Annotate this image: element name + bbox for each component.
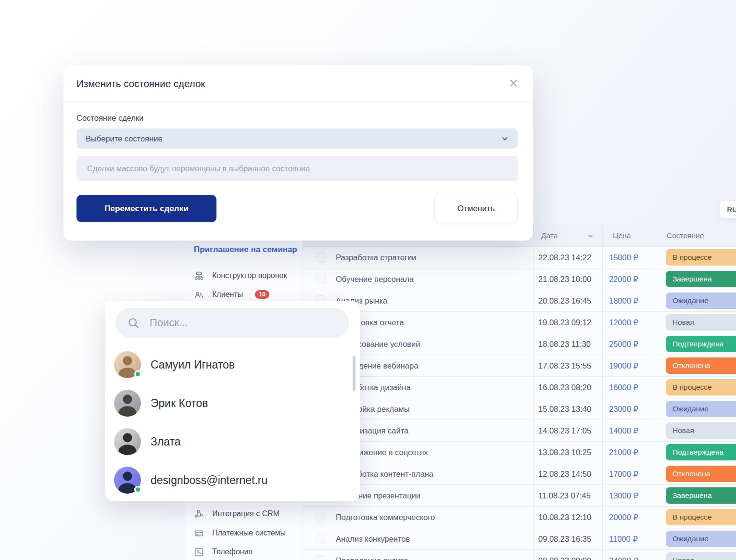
table-row[interactable]: Проведение вебинара 17.08.23 15:55 19000… <box>303 355 736 377</box>
deal-name-cell: Проведение аудита <box>303 550 533 560</box>
row-checkbox[interactable] <box>316 274 326 284</box>
table-row[interactable]: Разработка стратегии 22.08.23 14:22 1500… <box>303 247 736 268</box>
deal-status-cell: В процессе <box>656 377 736 398</box>
deal-status-cell: Новая <box>656 312 736 333</box>
table-row[interactable]: Подготовка коммерческого 10.08.23 12:10 … <box>303 507 736 528</box>
table-row[interactable]: Оптимизация сайта 14.08.23 17:05 14000 ₽… <box>303 420 736 442</box>
deal-price: 14000 ₽ <box>602 420 656 441</box>
table-row[interactable]: Настройка рекламы 15.08.23 13:40 23000 ₽… <box>303 398 736 420</box>
state-select[interactable]: Выберите состояние <box>76 128 518 149</box>
deal-date: 14.08.23 17:05 <box>533 420 602 441</box>
deals-table: Дата Цена Состояние Разработка стратегии… <box>303 225 736 560</box>
table-row[interactable]: Проведение аудита 08.08.23 09:00 24000 ₽… <box>303 550 736 560</box>
deal-status-cell: Подтверждена <box>656 442 736 463</box>
status-badge: Завершена <box>666 487 736 504</box>
sidebar-item-crm-integration[interactable]: Интеграция с CRM <box>194 507 279 521</box>
deal-date: 13.08.23 10:25 <box>533 442 602 463</box>
person-photo <box>114 428 141 455</box>
sidebar-item-label: Телефония <box>212 547 253 556</box>
deal-name: Обучение персонала <box>336 275 414 284</box>
deal-date: 22.08.23 14:22 <box>533 247 602 268</box>
deal-date: 20.08.23 16:45 <box>533 290 602 311</box>
row-checkbox[interactable] <box>316 555 326 560</box>
modal-header: Изменить состояние сделок ✕ <box>63 65 533 102</box>
online-status-dot <box>134 370 141 378</box>
contact-name: designboss@internet.ru <box>151 474 267 487</box>
status-badge: Подтверждена <box>666 336 736 352</box>
table-header-price: Цена <box>602 225 656 246</box>
deal-status-cell: Отклонена <box>656 463 736 484</box>
table-row[interactable]: Обучение персонала 21.08.23 10:00 22000 … <box>303 268 736 290</box>
close-icon[interactable]: ✕ <box>508 77 519 89</box>
contact-item[interactable]: designboss@internet.ru <box>105 461 360 499</box>
deal-name-cell: Обучение персонала <box>303 268 533 290</box>
telephony-icon <box>194 547 204 557</box>
move-deals-button[interactable]: Переместить сделки <box>76 195 216 222</box>
deal-price: 12000 ₽ <box>602 312 656 333</box>
row-checkbox[interactable] <box>316 534 326 544</box>
sidebar-item-payment-systems[interactable]: Платежные системы <box>194 526 286 540</box>
clients-count-badge: 10 <box>255 290 269 299</box>
deal-date: 15.08.23 13:40 <box>533 398 602 420</box>
deal-price: 22000 ₽ <box>602 268 656 290</box>
table-header-date[interactable]: Дата <box>533 225 602 246</box>
deal-date: 18.08.23 11:30 <box>533 333 602 355</box>
deal-date: 19.08.23 09:12 <box>533 312 602 333</box>
deal-date: 10.08.23 12:10 <box>533 507 602 528</box>
deal-name: Проведение аудита <box>336 556 408 560</box>
deal-price: 20000 ₽ <box>602 507 656 528</box>
contact-item[interactable]: Самуил Игнатов <box>105 345 360 384</box>
modal-title: Изменить состояние сделок <box>76 78 205 89</box>
row-checkbox[interactable] <box>316 252 326 263</box>
table-body: Разработка стратегии 22.08.23 14:22 1500… <box>303 247 736 560</box>
status-badge: Отклонена <box>666 357 736 374</box>
sidebar-item-telephony[interactable]: Телефония <box>194 545 253 559</box>
chevron-down-icon <box>501 135 508 142</box>
deal-price: 18000 ₽ <box>602 290 656 311</box>
deal-status-cell: Отклонена <box>656 355 736 376</box>
status-badge: Ожидание <box>666 293 736 309</box>
table-row[interactable]: Разработка контент-плана 12.08.23 14:50 … <box>303 463 736 485</box>
deal-price: 15000 ₽ <box>602 247 656 268</box>
deal-price: 23000 ₽ <box>602 398 656 420</box>
table-row[interactable]: Создание презентации 11.08.23 07:45 1300… <box>303 485 736 507</box>
table-row[interactable]: Согласование условий 18.08.23 11:30 2500… <box>303 333 736 355</box>
deal-status-cell: Ожидание <box>656 290 736 311</box>
person-photo <box>114 390 141 417</box>
sidebar-item-funnel-builder[interactable]: Конструктор воронок <box>194 268 287 283</box>
scrollbar-thumb[interactable] <box>353 356 355 391</box>
language-switcher[interactable]: RU <box>719 201 736 218</box>
status-badge: Завершена <box>666 271 736 287</box>
contact-item[interactable]: Злата <box>105 422 360 461</box>
avatar <box>114 390 141 417</box>
status-badge: В процессе <box>666 509 736 525</box>
deal-status-cell: В процессе <box>656 507 736 528</box>
table-row[interactable]: Продвижение в соцсетях 13.08.23 10:25 21… <box>303 442 736 463</box>
deal-status-cell: В процессе <box>656 247 736 268</box>
contact-item[interactable]: Эрик Котов <box>105 384 360 422</box>
change-deal-state-modal: Изменить состояние сделок ✕ Состояние сд… <box>63 65 533 241</box>
table-row[interactable]: Анализ конкурентов 09.08.23 16:35 11000 … <box>303 528 736 550</box>
cancel-button[interactable]: Отменить <box>434 195 518 222</box>
state-select-value: Выберите состояние <box>86 134 163 143</box>
deal-price: 16000 ₽ <box>602 377 656 398</box>
deal-name-cell: Подготовка коммерческого <box>303 507 533 528</box>
sidebar-item-label: Интеграция с CRM <box>212 509 279 518</box>
contact-search-panel: Самуил Игнатов Эрик Котов Злата designbo… <box>105 301 360 501</box>
search-box[interactable] <box>115 308 349 338</box>
contact-name: Самуил Игнатов <box>151 358 235 371</box>
sidebar-item-clients[interactable]: Клиенты 10 <box>194 287 269 302</box>
table-row[interactable]: Подготовка отчета 19.08.23 09:12 12000 ₽… <box>303 312 736 333</box>
clients-icon <box>194 290 204 300</box>
search-input[interactable] <box>150 317 338 329</box>
deal-price: 21000 ₽ <box>602 442 656 463</box>
project-switcher[interactable]: Приглашение на семинар <box>194 245 308 255</box>
table-row[interactable]: Анализ рынка 20.08.23 16:45 18000 ₽ Ожид… <box>303 290 736 312</box>
deal-price: 24000 ₽ <box>602 550 656 560</box>
status-badge: Новая <box>666 422 736 439</box>
table-row[interactable]: Разработка дизайна 16.08.23 08:20 16000 … <box>303 377 736 398</box>
status-badge: Подтверждена <box>666 444 736 460</box>
search-icon <box>127 317 140 330</box>
modal-body: Состояние сделки Выберите состояние Сдел… <box>63 102 533 222</box>
row-checkbox[interactable] <box>316 512 326 522</box>
